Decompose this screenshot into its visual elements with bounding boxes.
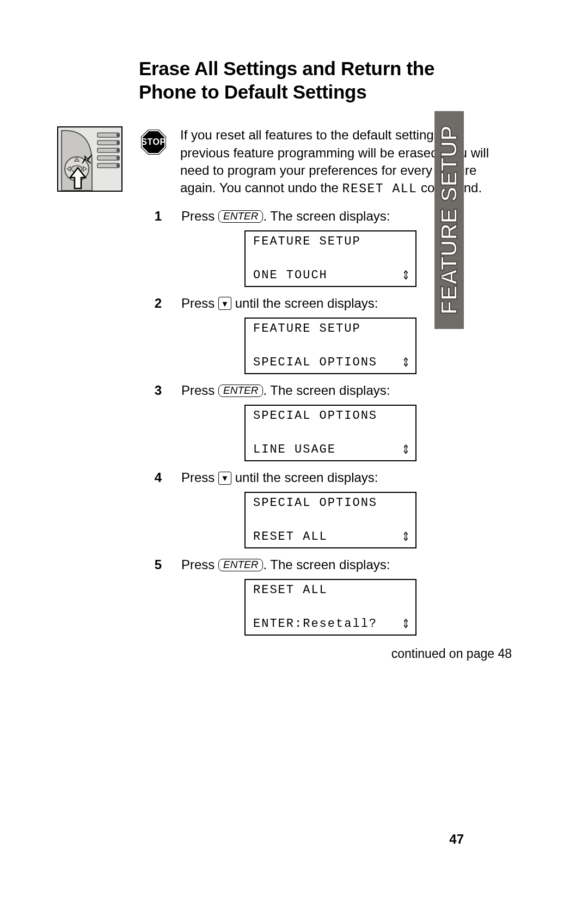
step-number: 5 [148, 557, 162, 572]
svg-rect-0 [97, 133, 119, 137]
svg-point-9 [117, 164, 120, 167]
svg-point-8 [117, 157, 120, 160]
updown-arrow-icon: ⇕ [402, 356, 410, 368]
step: 4Press ▼ until the screen displays: [140, 469, 512, 486]
lcd-line2: ENTER:Resetall? [253, 618, 377, 630]
step-number: 4 [148, 470, 162, 485]
lcd-line2: LINE USAGE [253, 444, 336, 456]
updown-arrow-icon: ⇕ [402, 269, 410, 281]
updown-arrow-icon: ⇕ [402, 443, 410, 455]
lcd-line2: RESET ALL [253, 531, 328, 543]
updown-arrow-icon: ⇕ [402, 530, 410, 543]
lcd-display: RESET ALLENTER:Resetall?⇕ [244, 579, 416, 636]
svg-rect-4 [97, 163, 119, 168]
svg-point-5 [117, 134, 120, 137]
stop-label: STOP [140, 129, 167, 156]
enter-key-icon: ENTER [218, 385, 263, 397]
lcd-line2: SPECIAL OPTIONS [253, 357, 377, 369]
enter-key-icon: ENTER [218, 210, 263, 223]
section-tab: FEATURE SETUP [434, 111, 464, 329]
step-number: 1 [148, 209, 162, 224]
stop-icon: STOP [140, 129, 167, 156]
svg-rect-2 [97, 148, 119, 152]
lcd-display: FEATURE SETUPONE TOUCH⇕ [244, 230, 416, 287]
step: 5Press ENTER. The screen displays: [140, 556, 512, 574]
step-number: 2 [148, 296, 162, 311]
down-key-icon: ▼ [218, 472, 231, 485]
step-number: 3 [148, 383, 162, 398]
page-title: Erase All Settings and Return the Phone … [139, 57, 460, 103]
device-illustration [57, 126, 122, 192]
lcd-line1: FEATURE SETUP [253, 236, 410, 248]
page-number: 47 [449, 832, 464, 847]
down-key-icon: ▼ [218, 297, 231, 310]
lcd-display: SPECIAL OPTIONSLINE USAGE⇕ [244, 405, 416, 461]
continued-note: continued on page 48 [140, 646, 512, 661]
lcd-line2: ONE TOUCH [253, 270, 328, 282]
step-instruction: Press ENTER. The screen displays: [181, 382, 512, 399]
step-instruction: Press ENTER. The screen displays: [181, 556, 512, 574]
lcd-line1: SPECIAL OPTIONS [253, 410, 410, 422]
updown-arrow-icon: ⇕ [402, 618, 410, 630]
step-instruction: Press ▼ until the screen displays: [181, 469, 512, 486]
enter-key-icon: ENTER [218, 559, 263, 571]
svg-rect-3 [97, 156, 119, 160]
lcd-display: FEATURE SETUPSPECIAL OPTIONS⇕ [244, 318, 416, 374]
svg-point-6 [117, 142, 120, 144]
step: 3Press ENTER. The screen displays: [140, 382, 512, 399]
svg-rect-1 [97, 141, 119, 145]
lcd-line1: RESET ALL [253, 584, 410, 596]
lcd-line1: SPECIAL OPTIONS [253, 497, 410, 509]
lcd-line1: FEATURE SETUP [253, 323, 410, 335]
lcd-display: SPECIAL OPTIONSRESET ALL⇕ [244, 492, 416, 548]
svg-point-7 [117, 149, 120, 152]
